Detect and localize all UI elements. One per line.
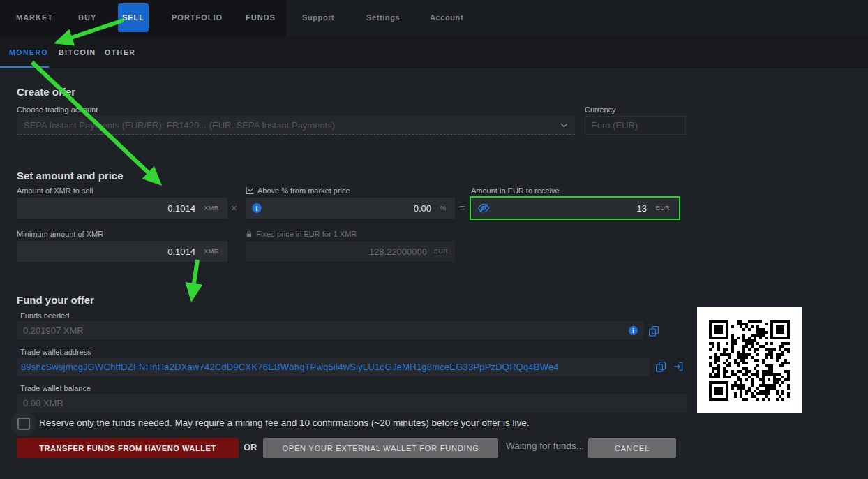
nav-item-account[interactable]: Account [430, 13, 463, 22]
waiting-for-funds-status: Waiting for funds... [506, 441, 584, 451]
reserve-funds-label: Reserve only the funds needed. May requi… [39, 418, 530, 428]
market-price-label-text: Above % from market price [257, 186, 350, 195]
cancel-button[interactable]: CANCEL [588, 438, 676, 458]
sell-tabbar: MONERO BITCOIN OTHER [0, 36, 868, 68]
trading-account-value: SEPA Instant Payments (EUR/FR): FR1420..… [24, 120, 560, 131]
min-amount-label: Minimum amount of XMR [17, 230, 103, 238]
chart-icon [246, 186, 254, 195]
fixed-price-label: Fixed price in EUR for 1 XMR [246, 230, 357, 238]
sign-in-icon[interactable] [673, 361, 684, 372]
trading-account-label: Choose trading account [17, 105, 98, 114]
funds-needed-value: 0.201907 XMR [17, 325, 629, 336]
nav-item-sell[interactable]: SELL [118, 3, 149, 32]
receive-amount-value: 13 [490, 203, 647, 214]
funding-qr-code [697, 307, 802, 413]
market-price-value: 0.00 [262, 203, 431, 214]
equals-sign: = [459, 202, 465, 214]
wallet-address-field[interactable]: 89shcSwsjmcgJGWChtfDZFNHnHa2DXaw742CdD9C… [17, 358, 649, 376]
currency-value: Euro (EUR) [591, 120, 638, 131]
fixed-price-field: 128.22000000 EUR [246, 241, 455, 262]
open-external-wallet-button[interactable]: OPEN YOUR EXTERNAL WALLET FOR FUNDING [263, 438, 498, 458]
fund-section-title: Fund your offer [17, 294, 94, 306]
currency-field[interactable]: Euro (EUR) [585, 116, 686, 135]
nav-item-settings[interactable]: Settings [366, 13, 400, 22]
tab-monero[interactable]: MONERO [9, 48, 48, 57]
copy-icon[interactable] [648, 325, 659, 337]
lock-icon [246, 230, 253, 238]
multiply-sign: × [231, 202, 237, 214]
nav-item-funds[interactable]: FUNDS [246, 13, 276, 22]
wallet-balance-value: 0.00 XMR [17, 398, 687, 408]
wallet-balance-label: Trade wallet balance [20, 384, 91, 392]
copy-icon[interactable] [655, 361, 666, 372]
amount-to-sell-field[interactable]: 0.1014 XMR [17, 198, 227, 219]
reserve-funds-checkbox[interactable] [17, 418, 30, 430]
receive-amount-suffix: EUR [647, 205, 679, 212]
trading-account-select[interactable]: SEPA Instant Payments (EUR/FR): FR1420..… [17, 116, 575, 135]
fixed-price-label-text: Fixed price in EUR for 1 XMR [256, 230, 357, 238]
funds-needed-field: 0.201907 XMR i [17, 321, 643, 340]
amount-section-title: Set amount and price [17, 170, 124, 182]
min-amount-field[interactable]: 0.1014 XMR [17, 241, 227, 262]
tab-bitcoin[interactable]: BITCOIN [59, 48, 96, 57]
chevron-down-icon [560, 123, 568, 128]
transfer-funds-button[interactable]: TRANSFER FUNDS FROM HAVENO WALLET [17, 438, 239, 458]
fixed-price-value: 128.22000000 [246, 246, 427, 257]
info-icon[interactable]: i [629, 326, 638, 335]
market-price-suffix: % [431, 205, 455, 212]
amount-to-sell-value: 0.1014 [17, 203, 195, 214]
wallet-balance-field: 0.00 XMR [17, 394, 687, 413]
nav-item-support[interactable]: Support [302, 13, 334, 22]
annotation-arrow-to-fund-section [192, 260, 197, 297]
wallet-address-label: Trade wallet address [20, 348, 91, 356]
receive-amount-field[interactable]: 13 EUR [470, 196, 680, 220]
or-label: OR [244, 442, 257, 452]
info-icon[interactable]: i [252, 203, 262, 213]
top-nav: MARKET BUY SELL PORTFOLIO FUNDS Support … [0, 0, 868, 36]
min-amount-suffix: XMR [195, 248, 227, 255]
fixed-price-suffix: EUR [427, 248, 455, 255]
amount-to-sell-label: Amount of XMR to sell [17, 186, 93, 195]
active-tab-underline [0, 66, 49, 68]
tab-other[interactable]: OTHER [105, 48, 135, 57]
market-price-field[interactable]: i 0.00 % [246, 198, 455, 219]
nav-item-market[interactable]: MARKET [16, 13, 53, 22]
nav-item-buy[interactable]: BUY [78, 13, 96, 22]
haveno-create-offer-window: MARKET BUY SELL PORTFOLIO FUNDS Support … [0, 0, 868, 479]
min-amount-value: 0.1014 [17, 246, 195, 257]
market-price-label: Above % from market price [246, 186, 350, 195]
nav-item-portfolio[interactable]: PORTFOLIO [172, 13, 223, 22]
amount-to-sell-suffix: XMR [195, 205, 227, 212]
currency-label: Currency [585, 105, 616, 114]
receive-amount-label: Amount in EUR to receive [471, 186, 560, 195]
eye-slash-icon[interactable] [477, 202, 490, 214]
wallet-address-value[interactable]: 89shcSwsjmcgJGWChtfDZFNHnHa2DXaw742CdD9C… [17, 362, 649, 372]
qr-code-canvas [709, 320, 790, 401]
create-offer-title: Create offer [17, 86, 75, 98]
funds-needed-label: Funds needed [20, 311, 69, 320]
